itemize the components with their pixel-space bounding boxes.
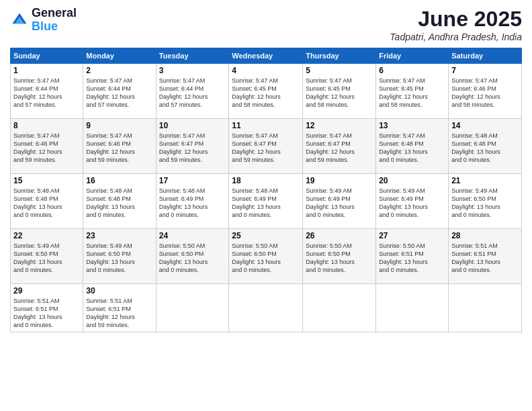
day-number: 23 [86, 231, 152, 240]
day-info: Sunrise: 5:47 AM Sunset: 6:46 PM Dayligh… [86, 132, 152, 165]
col-wednesday: Wednesday [229, 48, 303, 64]
title-section: June 2025 Tadpatri, Andhra Pradesh, Indi… [390, 7, 522, 42]
day-info: Sunrise: 5:47 AM Sunset: 6:46 PM Dayligh… [451, 77, 519, 109]
table-row: 5Sunrise: 5:47 AM Sunset: 6:45 PM Daylig… [303, 64, 376, 119]
day-info: Sunrise: 5:50 AM Sunset: 6:50 PM Dayligh… [159, 242, 226, 275]
day-number: 12 [306, 121, 373, 130]
day-info: Sunrise: 5:48 AM Sunset: 6:48 PM Dayligh… [451, 132, 519, 165]
day-number: 28 [451, 231, 519, 240]
table-row [449, 284, 522, 332]
day-info: Sunrise: 5:47 AM Sunset: 6:45 PM Dayligh… [232, 77, 300, 109]
table-row [303, 284, 376, 332]
table-row: 15Sunrise: 5:48 AM Sunset: 6:48 PM Dayli… [11, 174, 83, 229]
day-number: 3 [159, 66, 226, 75]
table-row: 20Sunrise: 5:49 AM Sunset: 6:49 PM Dayli… [376, 174, 449, 229]
col-sunday: Sunday [11, 48, 83, 64]
day-number: 1 [13, 66, 80, 75]
day-number: 25 [232, 231, 300, 240]
day-info: Sunrise: 5:47 AM Sunset: 6:44 PM Dayligh… [86, 77, 152, 109]
table-row: 1Sunrise: 5:47 AM Sunset: 6:44 PM Daylig… [11, 64, 83, 119]
day-number: 9 [86, 121, 152, 130]
col-friday: Friday [376, 48, 449, 64]
logo-text: General Blue [32, 7, 77, 34]
table-row [229, 284, 303, 332]
day-number: 10 [159, 121, 226, 130]
day-info: Sunrise: 5:49 AM Sunset: 6:50 PM Dayligh… [86, 242, 152, 275]
table-row: 8Sunrise: 5:47 AM Sunset: 6:46 PM Daylig… [11, 119, 83, 174]
table-row: 10Sunrise: 5:47 AM Sunset: 6:47 PM Dayli… [156, 119, 229, 174]
table-row: 24Sunrise: 5:50 AM Sunset: 6:50 PM Dayli… [156, 229, 229, 284]
day-number: 26 [306, 231, 373, 240]
day-number: 17 [159, 176, 226, 185]
table-row [376, 284, 449, 332]
table-row: 28Sunrise: 5:51 AM Sunset: 6:51 PM Dayli… [449, 229, 522, 284]
day-number: 11 [232, 121, 300, 130]
col-thursday: Thursday [303, 48, 376, 64]
table-row: 25Sunrise: 5:50 AM Sunset: 6:50 PM Dayli… [229, 229, 303, 284]
day-number: 27 [379, 231, 445, 240]
day-number: 6 [379, 66, 445, 75]
day-number: 4 [232, 66, 300, 75]
logo-icon [10, 11, 29, 30]
col-saturday: Saturday [449, 48, 522, 64]
day-number: 22 [13, 231, 80, 240]
day-info: Sunrise: 5:50 AM Sunset: 6:50 PM Dayligh… [232, 242, 300, 275]
table-row: 18Sunrise: 5:48 AM Sunset: 6:49 PM Dayli… [229, 174, 303, 229]
day-info: Sunrise: 5:47 AM Sunset: 6:44 PM Dayligh… [159, 77, 226, 109]
day-info: Sunrise: 5:49 AM Sunset: 6:49 PM Dayligh… [379, 187, 445, 220]
day-info: Sunrise: 5:48 AM Sunset: 6:49 PM Dayligh… [232, 187, 300, 220]
day-info: Sunrise: 5:47 AM Sunset: 6:45 PM Dayligh… [379, 77, 445, 109]
table-row: 22Sunrise: 5:49 AM Sunset: 6:50 PM Dayli… [11, 229, 83, 284]
day-number: 20 [379, 176, 445, 185]
day-info: Sunrise: 5:50 AM Sunset: 6:50 PM Dayligh… [306, 242, 373, 275]
table-row [156, 284, 229, 332]
table-row: 17Sunrise: 5:48 AM Sunset: 6:49 PM Dayli… [156, 174, 229, 229]
page: General Blue June 2025 Tadpatri, Andhra … [0, 0, 532, 411]
day-number: 30 [86, 286, 152, 295]
table-row: 2Sunrise: 5:47 AM Sunset: 6:44 PM Daylig… [83, 64, 156, 119]
table-row: 30Sunrise: 5:51 AM Sunset: 6:51 PM Dayli… [83, 284, 156, 332]
table-row: 13Sunrise: 5:47 AM Sunset: 6:48 PM Dayli… [376, 119, 449, 174]
day-info: Sunrise: 5:49 AM Sunset: 6:49 PM Dayligh… [306, 187, 373, 220]
day-info: Sunrise: 5:49 AM Sunset: 6:50 PM Dayligh… [451, 187, 519, 220]
table-row: 29Sunrise: 5:51 AM Sunset: 6:51 PM Dayli… [11, 284, 83, 332]
day-info: Sunrise: 5:47 AM Sunset: 6:46 PM Dayligh… [13, 132, 80, 165]
day-info: Sunrise: 5:49 AM Sunset: 6:50 PM Dayligh… [13, 242, 80, 275]
day-number: 24 [159, 231, 226, 240]
day-number: 19 [306, 176, 373, 185]
day-number: 13 [379, 121, 445, 130]
day-info: Sunrise: 5:48 AM Sunset: 6:48 PM Dayligh… [86, 187, 152, 220]
table-row: 9Sunrise: 5:47 AM Sunset: 6:46 PM Daylig… [83, 119, 156, 174]
day-number: 15 [13, 176, 80, 185]
subtitle: Tadpatri, Andhra Pradesh, India [390, 32, 522, 42]
day-info: Sunrise: 5:47 AM Sunset: 6:48 PM Dayligh… [379, 132, 445, 165]
logo: General Blue [10, 7, 77, 34]
day-number: 29 [13, 286, 80, 295]
table-row: 12Sunrise: 5:47 AM Sunset: 6:47 PM Dayli… [303, 119, 376, 174]
calendar-table: Sunday Monday Tuesday Wednesday Thursday… [10, 48, 522, 332]
table-row: 26Sunrise: 5:50 AM Sunset: 6:50 PM Dayli… [303, 229, 376, 284]
day-info: Sunrise: 5:47 AM Sunset: 6:47 PM Dayligh… [159, 132, 226, 165]
table-row: 11Sunrise: 5:47 AM Sunset: 6:47 PM Dayli… [229, 119, 303, 174]
table-row: 21Sunrise: 5:49 AM Sunset: 6:50 PM Dayli… [449, 174, 522, 229]
col-tuesday: Tuesday [156, 48, 229, 64]
table-row: 16Sunrise: 5:48 AM Sunset: 6:48 PM Dayli… [83, 174, 156, 229]
day-info: Sunrise: 5:51 AM Sunset: 6:51 PM Dayligh… [86, 297, 152, 330]
col-monday: Monday [83, 48, 156, 64]
day-info: Sunrise: 5:47 AM Sunset: 6:47 PM Dayligh… [232, 132, 300, 165]
day-info: Sunrise: 5:51 AM Sunset: 6:51 PM Dayligh… [13, 297, 80, 330]
table-row: 6Sunrise: 5:47 AM Sunset: 6:45 PM Daylig… [376, 64, 449, 119]
day-info: Sunrise: 5:48 AM Sunset: 6:48 PM Dayligh… [13, 187, 80, 220]
day-info: Sunrise: 5:47 AM Sunset: 6:45 PM Dayligh… [306, 77, 373, 109]
day-number: 21 [451, 176, 519, 185]
day-number: 2 [86, 66, 152, 75]
day-number: 7 [451, 66, 519, 75]
main-title: June 2025 [390, 7, 522, 32]
day-info: Sunrise: 5:51 AM Sunset: 6:51 PM Dayligh… [451, 242, 519, 275]
day-info: Sunrise: 5:47 AM Sunset: 6:47 PM Dayligh… [306, 132, 373, 165]
table-row: 19Sunrise: 5:49 AM Sunset: 6:49 PM Dayli… [303, 174, 376, 229]
table-row: 3Sunrise: 5:47 AM Sunset: 6:44 PM Daylig… [156, 64, 229, 119]
day-number: 5 [306, 66, 373, 75]
table-row: 7Sunrise: 5:47 AM Sunset: 6:46 PM Daylig… [449, 64, 522, 119]
table-row: 4Sunrise: 5:47 AM Sunset: 6:45 PM Daylig… [229, 64, 303, 119]
